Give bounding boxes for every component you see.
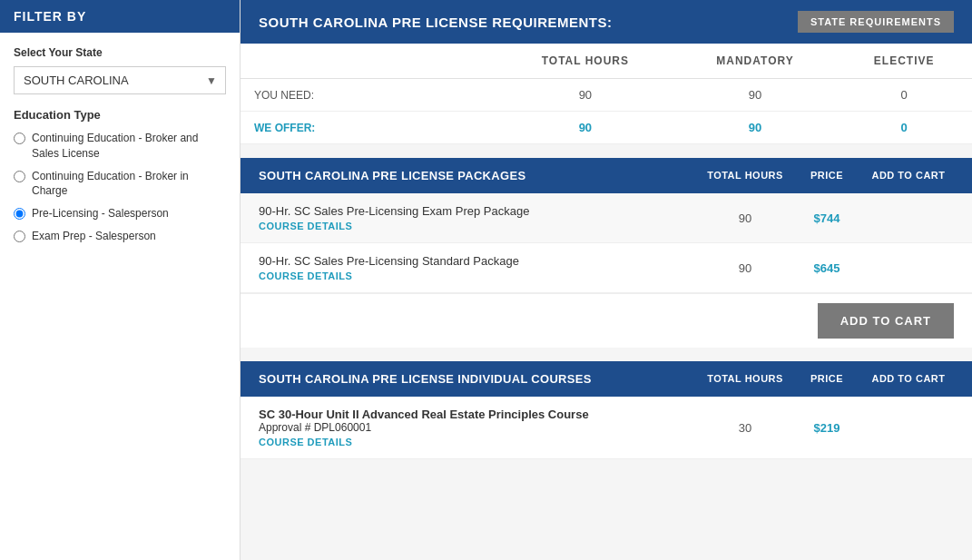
state-select-wrapper: SOUTH CAROLINA ▼ — [14, 66, 226, 94]
package-row-0: 90-Hr. SC Sales Pre-Licensing Exam Prep … — [241, 193, 972, 243]
education-type-section: Education Type Continuing Education - Br… — [0, 103, 240, 260]
individual-header: SOUTH CAROLINA PRE LICENSE INDIVIDUAL CO… — [241, 361, 972, 397]
course-details-link-0[interactable]: COURSE DETAILS — [259, 437, 700, 447]
requirements-title: SOUTH CAROLINA PRE LICENSE REQUIREMENTS: — [259, 15, 612, 30]
radio-label-exam-prep: Exam Prep - Salesperson — [32, 229, 156, 244]
package-price-1: $645 — [790, 261, 863, 275]
you-need-mandatory: 90 — [674, 79, 837, 112]
req-col-empty — [241, 44, 496, 79]
packages-header: SOUTH CAROLINA PRE LICENSE PACKAGES TOTA… — [241, 158, 972, 193]
we-offer-row: WE OFFER: 90 90 0 — [241, 112, 972, 144]
package-price-0: $744 — [790, 211, 863, 225]
course-name-0: SC 30-Hour Unit II Advanced Real Estate … — [259, 408, 700, 421]
state-select-label: Select Your State — [14, 46, 226, 59]
requirements-header: SOUTH CAROLINA PRE LICENSE REQUIREMENTS:… — [241, 0, 972, 44]
package-hours-0: 90 — [700, 211, 790, 225]
we-offer-total: 90 — [496, 112, 674, 144]
req-col-mandatory: MANDATORY — [674, 44, 837, 79]
radio-prelicensing[interactable] — [14, 208, 25, 220]
course-approval-0: Approval # DPL060001 — [259, 421, 700, 434]
requirements-table: TOTAL HOURS MANDATORY ELECTIVE YOU NEED:… — [241, 44, 972, 144]
you-need-total: 90 — [496, 79, 674, 112]
radio-item-prelicensing: Pre-Licensing - Salesperson — [14, 206, 226, 221]
packages-section: SOUTH CAROLINA PRE LICENSE PACKAGES TOTA… — [241, 158, 972, 348]
state-section: Select Your State SOUTH CAROLINA ▼ — [0, 33, 240, 103]
you-need-label: YOU NEED: — [241, 79, 496, 112]
filter-header-label: FILTER BY — [14, 9, 86, 24]
package-course-details-link-0[interactable]: COURSE DETAILS — [259, 221, 700, 231]
package-info-1: 90-Hr. SC Sales Pre-Licensing Standard P… — [259, 254, 700, 281]
radio-label-ce-broker-charge: Continuing Education - Broker in Charge — [32, 169, 226, 200]
you-need-row: YOU NEED: 90 90 0 — [241, 79, 972, 112]
packages-col-cart: ADD TO CART — [863, 169, 954, 182]
radio-item-exam-prep: Exam Prep - Salesperson — [14, 229, 226, 244]
packages-col-price: PRICE — [790, 169, 863, 182]
requirements-section: SOUTH CAROLINA PRE LICENSE REQUIREMENTS:… — [241, 0, 972, 144]
radio-label-ce-broker-sales: Continuing Education - Broker and Sales … — [32, 131, 226, 162]
individual-section: SOUTH CAROLINA PRE LICENSE INDIVIDUAL CO… — [241, 361, 972, 459]
course-hours-0: 30 — [700, 421, 790, 435]
package-hours-1: 90 — [700, 261, 790, 275]
radio-ce-broker-charge[interactable] — [14, 171, 25, 182]
individual-col-hours: TOTAL HOURS — [700, 372, 790, 385]
radio-ce-broker-sales[interactable] — [14, 133, 25, 144]
radio-item-ce-broker-charge: Continuing Education - Broker in Charge — [14, 169, 226, 200]
packages-title: SOUTH CAROLINA PRE LICENSE PACKAGES — [259, 169, 700, 182]
add-to-cart-row: ADD TO CART — [241, 293, 972, 348]
radio-exam-prep[interactable] — [14, 231, 25, 242]
main-content: SOUTH CAROLINA PRE LICENSE REQUIREMENTS:… — [241, 0, 972, 560]
add-to-cart-button[interactable]: ADD TO CART — [818, 303, 954, 339]
course-row-0: SC 30-Hour Unit II Advanced Real Estate … — [241, 397, 972, 459]
radio-label-prelicensing: Pre-Licensing - Salesperson — [32, 206, 169, 221]
we-offer-mandatory: 90 — [674, 112, 837, 144]
package-row-1: 90-Hr. SC Sales Pre-Licensing Standard P… — [241, 243, 972, 293]
course-info-0: SC 30-Hour Unit II Advanced Real Estate … — [259, 408, 700, 447]
filter-header: FILTER BY — [0, 0, 240, 33]
we-offer-label: WE OFFER: — [241, 112, 496, 144]
package-course-details-link-1[interactable]: COURSE DETAILS — [259, 270, 700, 281]
req-col-total-hours: TOTAL HOURS — [496, 44, 674, 79]
req-col-elective: ELECTIVE — [836, 44, 972, 79]
state-requirements-button[interactable]: STATE REQUIREMENTS — [798, 11, 954, 33]
package-name-1: 90-Hr. SC Sales Pre-Licensing Standard P… — [259, 254, 519, 268]
we-offer-elective: 0 — [836, 112, 972, 144]
state-select[interactable]: SOUTH CAROLINA — [14, 66, 226, 94]
package-name-0: 90-Hr. SC Sales Pre-Licensing Exam Prep … — [259, 204, 529, 218]
individual-col-price: PRICE — [790, 372, 863, 385]
individual-col-cart: ADD TO CART — [863, 372, 954, 385]
education-type-label: Education Type — [14, 108, 226, 122]
course-price-0: $219 — [790, 421, 863, 435]
radio-item-ce-broker-sales: Continuing Education - Broker and Sales … — [14, 131, 226, 162]
packages-col-hours: TOTAL HOURS — [700, 169, 790, 182]
you-need-elective: 0 — [836, 79, 972, 112]
individual-title: SOUTH CAROLINA PRE LICENSE INDIVIDUAL CO… — [259, 372, 700, 386]
sidebar: FILTER BY Select Your State SOUTH CAROLI… — [0, 0, 241, 560]
package-info-0: 90-Hr. SC Sales Pre-Licensing Exam Prep … — [259, 204, 700, 231]
